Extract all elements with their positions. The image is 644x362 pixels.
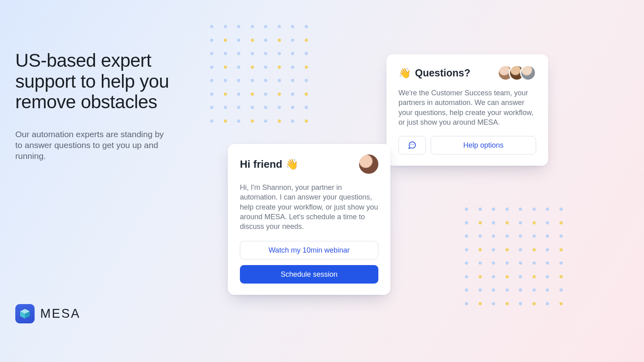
brand-cube-icon [15, 304, 35, 323]
help-options-button[interactable]: Help options [431, 136, 536, 154]
avatar [520, 65, 536, 81]
friend-title: Hi friend 👋 [240, 158, 298, 171]
questions-title-text: Questions? [415, 67, 471, 79]
friend-body: Hi, I'm Shannon, your partner in automat… [240, 183, 378, 231]
hero-block: US-based expert support to help you remo… [15, 50, 184, 161]
questions-body: We're the Customer Success team, your pa… [398, 88, 536, 127]
chat-button[interactable] [398, 136, 426, 154]
hero-headline: US-based expert support to help you remo… [15, 50, 184, 113]
watch-webinar-button[interactable]: Watch my 10min webinar [240, 241, 378, 259]
questions-card: 👋 Questions? We're the Customer Success … [386, 54, 548, 166]
schedule-session-button[interactable]: Schedule session [240, 265, 378, 284]
questions-title: 👋 Questions? [398, 67, 471, 79]
brand: MESA [15, 304, 80, 323]
hero-subhead: Our automation experts are standing by t… [15, 129, 168, 162]
shannon-avatar [359, 154, 378, 174]
brand-name: MESA [40, 306, 80, 321]
dots-decoration-bottom [465, 208, 563, 305]
friend-card: Hi friend 👋 Hi, I'm Shannon, your partne… [228, 144, 390, 295]
dots-decoration-top [210, 25, 308, 123]
wave-icon: 👋 [398, 67, 411, 79]
chat-bubble-icon [408, 141, 417, 150]
team-avatars [497, 65, 536, 81]
